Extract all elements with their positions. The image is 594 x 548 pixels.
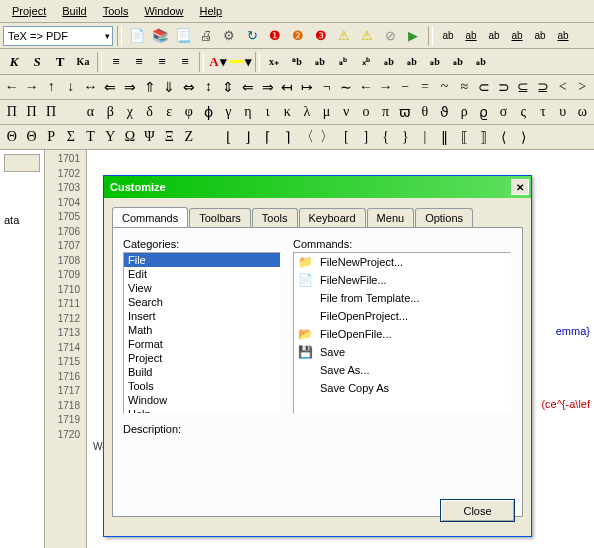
stop-icon[interactable]: ⊘ [379, 25, 401, 47]
font-color[interactable]: A▾ [207, 52, 229, 72]
symbol-1-16[interactable]: μ [318, 102, 336, 122]
category-item[interactable]: Window [124, 393, 280, 407]
doc-open-icon[interactable]: 📄 [126, 25, 148, 47]
symbol-1-19[interactable]: π [377, 102, 395, 122]
command-item[interactable]: 📁FileNewProject... [294, 253, 510, 271]
symbol-0-8[interactable]: ⇓ [160, 77, 178, 97]
category-item[interactable]: Project [124, 351, 280, 365]
command-item[interactable]: 📂FileOpenFile... [294, 325, 510, 343]
symbol-2-21[interactable]: | [416, 127, 434, 147]
symbol-0-20[interactable]: − [396, 77, 414, 97]
script-btn-5[interactable]: ₐb [378, 52, 400, 72]
info-icon[interactable]: ❸ [310, 25, 332, 47]
symbol-1-11[interactable]: γ [219, 102, 237, 122]
menu-project[interactable]: Project [4, 3, 54, 19]
symbol-2-15[interactable]: 〈 [298, 127, 316, 147]
symbol-1-15[interactable]: λ [298, 102, 316, 122]
ab-style-5[interactable]: ab [552, 25, 574, 47]
symbol-2-3[interactable]: Σ [62, 127, 80, 147]
ab-style-3[interactable]: ab [506, 25, 528, 47]
symbol-2-26[interactable]: ⟩ [514, 127, 532, 147]
command-item[interactable]: 📄FileNewFile... [294, 271, 510, 289]
ab-style-4[interactable]: ab [529, 25, 551, 47]
style-ka[interactable]: Ka [72, 52, 94, 72]
symbol-0-4[interactable]: ↔ [82, 77, 100, 97]
symbol-1-21[interactable]: θ [416, 102, 434, 122]
script-btn-8[interactable]: ₐb [447, 52, 469, 72]
printer-icon[interactable]: 🖨 [195, 25, 217, 47]
highlight-color[interactable]: ▾ [230, 52, 252, 72]
symbol-0-14[interactable]: ↤ [278, 77, 296, 97]
symbol-2-14[interactable]: ⌉ [278, 127, 296, 147]
sheet-icon[interactable]: 📃 [172, 25, 194, 47]
build-target-combo[interactable]: TeX => PDF [3, 26, 113, 46]
warning2-icon[interactable]: ❷ [287, 25, 309, 47]
symbol-2-8[interactable]: Ξ [160, 127, 178, 147]
script-btn-7[interactable]: ₐb [424, 52, 446, 72]
symbol-1-22[interactable]: ϑ [436, 102, 454, 122]
tab-options[interactable]: Options [415, 208, 473, 227]
symbol-1-9[interactable]: φ [180, 102, 198, 122]
menu-build[interactable]: Build [54, 3, 94, 19]
symbol-2-24[interactable]: ⟧ [475, 127, 493, 147]
symbol-2-13[interactable]: ⌈ [259, 127, 277, 147]
menu-tools[interactable]: Tools [95, 3, 137, 19]
symbol-2-4[interactable]: Τ [82, 127, 100, 147]
symbol-0-3[interactable]: ↓ [62, 77, 80, 97]
warn-icon[interactable]: ⚠ [333, 25, 355, 47]
category-item[interactable]: Search [124, 295, 280, 309]
panel-tab[interactable] [4, 154, 40, 172]
category-item[interactable]: Tools [124, 379, 280, 393]
refresh-icon[interactable]: ↻ [241, 25, 263, 47]
style-k[interactable]: K [3, 52, 25, 72]
categories-listbox[interactable]: FileEditViewSearchInsertMathFormatProjec… [123, 252, 281, 414]
symbol-0-27[interactable]: ⊇ [534, 77, 552, 97]
symbol-0-10[interactable]: ↕ [200, 77, 218, 97]
symbol-0-22[interactable]: ~ [436, 77, 454, 97]
align-right[interactable]: ≡ [151, 52, 173, 72]
gear-icon[interactable]: ⚙ [218, 25, 240, 47]
symbol-0-13[interactable]: ⇒ [259, 77, 277, 97]
symbol-1-7[interactable]: δ [141, 102, 159, 122]
symbol-1-1[interactable]: Π [23, 102, 41, 122]
symbol-2-22[interactable]: ‖ [436, 127, 454, 147]
symbol-0-9[interactable]: ⇔ [180, 77, 198, 97]
symbol-0-23[interactable]: ≈ [455, 77, 473, 97]
symbol-1-6[interactable]: χ [121, 102, 139, 122]
symbol-2-20[interactable]: } [396, 127, 414, 147]
warn2-icon[interactable]: ⚠ [356, 25, 378, 47]
category-item[interactable]: Edit [124, 267, 280, 281]
symbol-1-20[interactable]: ϖ [396, 102, 414, 122]
symbol-1-0[interactable]: Π [3, 102, 21, 122]
symbol-2-1[interactable]: Θ [23, 127, 41, 147]
close-button[interactable]: Close [440, 499, 515, 522]
category-item[interactable]: Math [124, 323, 280, 337]
symbol-2-10[interactable] [200, 127, 218, 147]
script-btn-4[interactable]: ₓᵇ [355, 52, 377, 72]
symbol-2-16[interactable]: 〉 [318, 127, 336, 147]
script-btn-2[interactable]: ₐb [309, 52, 331, 72]
symbol-2-5[interactable]: Υ [101, 127, 119, 147]
symbol-0-15[interactable]: ↦ [298, 77, 316, 97]
style-t[interactable]: T [49, 52, 71, 72]
commands-listbox[interactable]: 📁FileNewProject...📄FileNewFile...File fr… [293, 252, 511, 414]
script-btn-3[interactable]: ₐᵇ [332, 52, 354, 72]
command-item[interactable]: FileOpenProject... [294, 307, 510, 325]
symbol-1-26[interactable]: ς [514, 102, 532, 122]
script-btn-1[interactable]: ᵃb [286, 52, 308, 72]
books-icon[interactable]: 📚 [149, 25, 171, 47]
symbol-2-2[interactable]: Ρ [42, 127, 60, 147]
symbol-2-27[interactable] [534, 127, 552, 147]
command-item[interactable]: Save As... [294, 361, 510, 379]
tab-tools[interactable]: Tools [252, 208, 298, 227]
symbol-2-0[interactable]: Θ [3, 127, 21, 147]
symbol-2-6[interactable]: Ω [121, 127, 139, 147]
tab-commands[interactable]: Commands [112, 207, 188, 227]
symbol-1-14[interactable]: κ [278, 102, 296, 122]
ab-style-0[interactable]: ab [437, 25, 459, 47]
command-item[interactable]: Save Copy As [294, 379, 510, 397]
symbol-2-18[interactable]: ] [357, 127, 375, 147]
symbol-1-4[interactable]: α [82, 102, 100, 122]
symbol-2-23[interactable]: ⟦ [455, 127, 473, 147]
symbol-0-12[interactable]: ⇐ [239, 77, 257, 97]
